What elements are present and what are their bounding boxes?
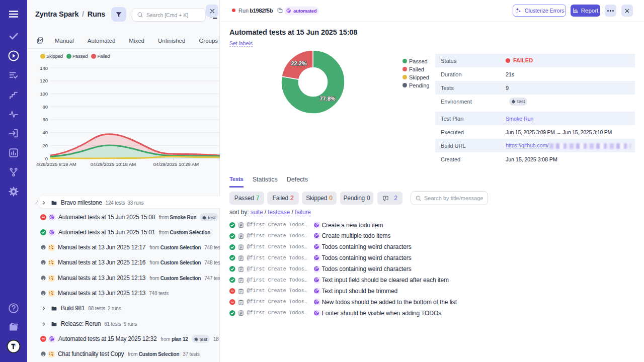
svg-text:77.8%: 77.8% <box>319 96 335 102</box>
svg-text:04/29/2025 10:29 AM: 04/29/2025 10:29 AM <box>153 161 199 167</box>
svg-text:100: 100 <box>40 91 48 97</box>
svg-text:140: 140 <box>40 65 48 71</box>
svg-text:40: 40 <box>42 130 48 135</box>
svg-text:22.2%: 22.2% <box>291 60 306 66</box>
svg-text:80: 80 <box>42 104 48 110</box>
svg-text:120: 120 <box>40 78 48 83</box>
svg-text:20: 20 <box>42 143 48 148</box>
svg-text:0: 0 <box>45 156 48 161</box>
svg-text:60: 60 <box>42 117 48 122</box>
svg-text:4/28/2025 9:19 AM: 4/28/2025 9:19 AM <box>36 161 76 167</box>
svg-text:04/29/2025 10:18 AM: 04/29/2025 10:18 AM <box>91 161 136 167</box>
